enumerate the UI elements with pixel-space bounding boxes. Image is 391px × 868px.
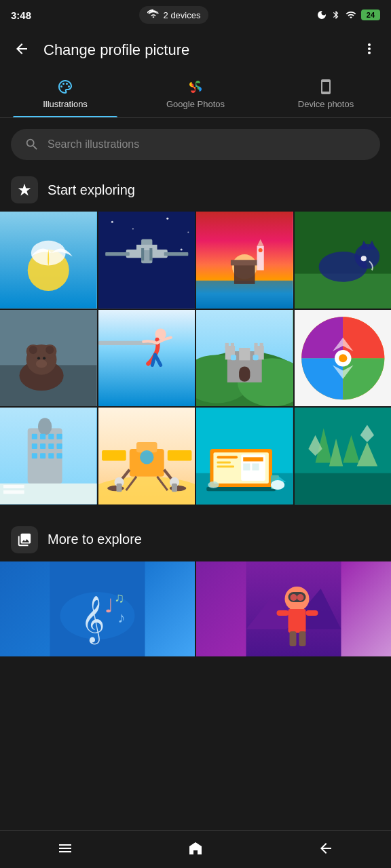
svg-rect-84 [40,453,45,458]
svg-point-3 [68,85,70,87]
bottom-illustration-music[interactable]: 𝄞 ♩ ♪ ♫ [0,561,195,656]
svg-rect-24 [234,263,255,284]
svg-rect-146 [290,631,297,646]
svg-point-121 [271,480,284,490]
status-time: 3:48 [11,9,31,21]
svg-point-13 [180,248,182,250]
svg-rect-19 [141,248,144,260]
tab-google-photos[interactable]: Google Photos [130,71,261,117]
svg-rect-83 [32,453,37,458]
svg-rect-103 [102,450,126,460]
illustration-laptop[interactable] [196,408,293,505]
home-icon [187,840,204,856]
svg-rect-20 [149,248,152,260]
status-icons: 24 [316,9,380,20]
illustration-castle-landscape[interactable] [196,310,293,407]
more-options-button[interactable] [356,35,383,65]
bottom-illustration-character[interactable] [196,561,391,656]
illustrations-tab-icon [57,79,73,95]
tab-bar: Illustrations Google Photos Device photo… [0,71,391,118]
svg-point-118 [208,481,219,488]
devices-count: 2 devices [164,10,201,20]
google-photos-tab-icon [187,79,204,95]
svg-rect-111 [217,461,231,463]
svg-rect-76 [40,434,45,439]
more-explore-icon [11,526,38,553]
menu-icon [57,840,73,856]
back-arrow-icon [14,41,30,57]
signal-icon [345,9,357,20]
svg-rect-114 [243,457,263,461]
svg-rect-16 [164,252,188,256]
illustration-lunar-lander[interactable] [98,408,196,505]
more-vert-icon [361,41,377,57]
svg-rect-145 [306,610,318,616]
svg-rect-110 [217,456,238,458]
illustration-futuristic-building[interactable] [0,408,97,505]
svg-rect-58 [225,342,229,348]
tab-illustrations[interactable]: Illustrations [0,71,130,117]
svg-rect-62 [239,366,250,381]
svg-point-42 [29,345,37,353]
svg-rect-86 [56,453,62,458]
svg-point-141 [291,594,297,601]
nav-back-button[interactable] [310,832,342,867]
search-container: Search illustrations [0,118,391,165]
svg-rect-144 [277,610,289,616]
svg-point-70 [339,354,347,362]
battery-level: 24 [361,9,380,20]
svg-rect-147 [299,631,306,646]
svg-point-35 [360,256,366,261]
nav-home-button[interactable] [179,832,212,867]
illustration-bear[interactable] [0,310,97,407]
svg-rect-115 [243,463,250,470]
search-bar[interactable]: Search illustrations [11,129,380,160]
svg-rect-63 [231,355,236,360]
svg-text:♫: ♫ [115,590,125,605]
gallery-icon [17,532,32,547]
status-hotspot: 2 devices [139,6,209,24]
svg-point-105 [140,450,153,464]
svg-rect-78 [56,434,62,439]
nav-back-icon [318,840,334,856]
status-bar: 3:48 2 devices 24 [0,0,391,30]
svg-rect-143 [288,609,306,633]
svg-rect-100 [116,484,122,492]
nav-menu-button[interactable] [49,832,81,867]
more-to-explore-header: More to explore [0,515,391,561]
svg-rect-80 [40,443,45,449]
illustration-animal-dark[interactable] [295,212,392,309]
start-exploring-header: Start exploring [0,165,391,212]
start-exploring-title: Start exploring [48,182,135,198]
svg-rect-59 [231,342,234,348]
back-button[interactable] [8,35,35,65]
svg-point-10 [166,218,168,220]
svg-text:𝄞: 𝄞 [81,596,105,645]
svg-point-28 [259,248,263,252]
svg-rect-15 [105,252,130,256]
bottom-images-row: 𝄞 ♩ ♪ ♫ [0,561,391,656]
search-placeholder: Search illustrations [48,138,139,151]
more-to-explore-section: More to explore 𝄞 ♩ ♪ ♫ [0,507,391,662]
svg-rect-64 [253,355,258,360]
illustration-space-station[interactable] [98,212,196,309]
svg-point-9 [132,228,133,229]
svg-rect-116 [252,463,259,470]
svg-point-43 [45,345,54,353]
illustration-plant-crystal[interactable] [295,408,392,505]
svg-rect-77 [48,434,54,439]
search-icon [24,137,39,152]
svg-point-8 [111,221,113,223]
svg-rect-57 [239,347,250,359]
svg-rect-75 [32,434,37,439]
illustration-bird-sun[interactable] [0,212,97,309]
svg-point-11 [187,232,189,233]
illustration-colorful-wheel[interactable] [295,310,392,407]
start-exploring-icon [11,176,38,203]
device-photos-tab-icon [318,79,334,95]
svg-rect-102 [171,484,176,492]
svg-rect-23 [196,281,293,309]
tab-device-photos[interactable]: Device photos [261,71,391,117]
illustration-sunset-pier[interactable] [196,212,293,309]
illustration-diver[interactable] [98,310,196,407]
